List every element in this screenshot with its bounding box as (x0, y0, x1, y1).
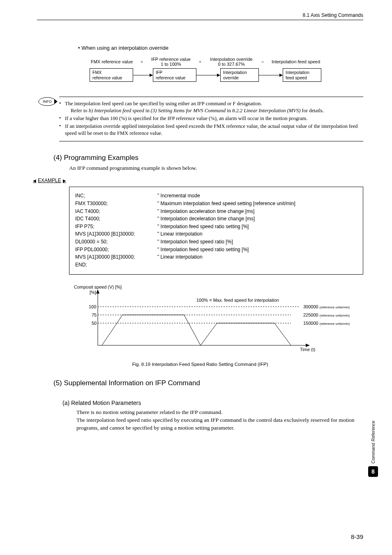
svg-text:225000 (reference units/min): 225000 (reference units/min) (303, 312, 350, 317)
header-rule (37, 20, 363, 20)
flow-label-override-sub: 0 to 327.67% (205, 62, 258, 67)
svg-text:50: 50 (92, 321, 97, 326)
heading-supplemental: (5) Supplemental Information on IFP Comm… (53, 379, 363, 387)
heading-related-params: (a) Related Motion Parameters (62, 400, 363, 406)
flow-label-ifp: IFP reference value (146, 57, 196, 62)
info-refer: Refer to b) Interpolation feed speed in … (71, 107, 363, 114)
flow-op-eq: = (260, 59, 265, 64)
example-flag: ◀ EXAMPLE ▶ (33, 178, 363, 183)
svg-text:100% = Max. feed speed for int: 100% = Max. feed speed for interpolation (196, 298, 279, 303)
svg-marker-13 (306, 344, 310, 347)
flow-box-override: Interpolationoverride (220, 68, 259, 82)
body-intro: An IFP command programming example is sh… (69, 164, 363, 172)
svg-text:300000 (reference units/min): 300000 (reference units/min) (303, 304, 350, 309)
svg-marker-5 (279, 74, 283, 77)
flow-box-fmx: FMXreference value (90, 68, 133, 82)
svg-text:100: 100 (89, 304, 96, 309)
triangle-right-icon: ▶ (63, 178, 66, 183)
side-chapter-chip: 8 (368, 466, 378, 477)
info-bullet-icon: • (59, 100, 65, 114)
svg-text:Time (t): Time (t) (300, 347, 315, 352)
info-text-1: The interpolation feed speed can be spec… (65, 101, 262, 106)
flow-op-times2: × (197, 59, 203, 64)
svg-text:75: 75 (92, 312, 97, 317)
svg-text:150000 (reference units/min): 150000 (reference units/min) (303, 321, 350, 326)
body-2a: There is no motion setting parameter rel… (76, 409, 363, 416)
flow-label-result: Interpolation feed speed (267, 59, 325, 64)
svg-text:Composit speed (V)
[%]: Composit speed (V) [%] (74, 284, 122, 289)
speed-chart: Composit speed (V) [%] [%] 100 75 50 100… (69, 284, 363, 355)
header-section: 8.1 Axis Setting Commands (37, 12, 363, 18)
page-number: 8-39 (351, 533, 363, 540)
figure-caption: Fig. 8.19 Interpolation Feed Speed Ratio… (37, 362, 363, 367)
info-bullet-icon: • (59, 115, 65, 122)
body-2b: The interpolation feed speed ratio speci… (76, 416, 363, 432)
flow-label-ifp-sub: 1 to 100% (146, 62, 196, 67)
flow-label-override: Interpolation override (205, 57, 258, 62)
triangle-left-icon: ◀ (33, 178, 36, 183)
flow-diagram: FMX reference value × IFP reference valu… (86, 57, 363, 82)
flow-arrow-2 (196, 72, 220, 78)
info-text-2: If a value higher than 100 (%) is specif… (65, 115, 363, 122)
flow-box-feedspeed: Interpolationfeed speed (283, 68, 321, 82)
svg-text:[%]: [%] (90, 290, 96, 295)
info-block: INFO • The interpolation feed speed can … (37, 97, 363, 141)
flow-box-ifp: IFPreference value (153, 68, 196, 82)
svg-marker-1 (150, 74, 153, 77)
flow-op-times1: × (139, 59, 145, 64)
bullet-override: • When using an interpolation override (78, 45, 363, 51)
flow-arrow-1 (133, 72, 153, 78)
info-bullet-icon: • (59, 123, 65, 137)
code-example: INC;" Incremental mode FMX T300000;" Max… (69, 187, 363, 275)
svg-marker-11 (96, 289, 99, 294)
info-text-3: If an interpolation override applied int… (65, 123, 363, 137)
flow-arrow-3 (259, 72, 283, 78)
side-label: Command Reference (371, 421, 376, 464)
svg-text:INFO: INFO (43, 99, 52, 104)
info-icon: INFO (37, 97, 58, 141)
flow-label-fmx: FMX reference value (86, 59, 137, 64)
svg-marker-3 (217, 74, 220, 77)
side-tab: Command Reference 8 (368, 421, 378, 477)
heading-programming-examples: (4) Programming Examples (53, 154, 363, 162)
